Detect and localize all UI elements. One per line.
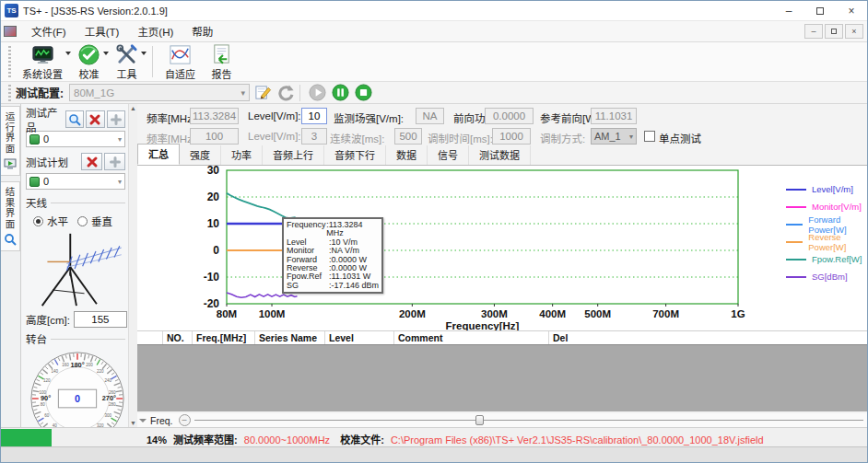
side-tab-run-label: 运行界面 — [4, 111, 18, 154]
product-label: 测试产品 — [26, 105, 64, 134]
restore-button[interactable] — [804, 1, 836, 20]
tab-signal[interactable]: 信号 — [428, 145, 469, 165]
content-region: 运行界面 结果界面 测试产品 — [1, 104, 867, 427]
mdi-restore-button[interactable] — [825, 24, 843, 39]
delete-x-icon — [88, 113, 101, 126]
tools-label: 工具 — [117, 66, 137, 81]
mod-time-label: 调制时间[ms]: — [428, 131, 493, 145]
scroll-down-arrow[interactable]: ▼ — [129, 420, 137, 426]
col-del: Del — [549, 331, 868, 344]
minimize-button[interactable]: – — [773, 1, 804, 20]
legend-item: Fpow.Ref[W] — [786, 250, 868, 268]
tools-button[interactable]: 工具 — [109, 42, 145, 82]
mdi-restore-icon — [831, 29, 837, 34]
tab-power[interactable]: 功率 — [221, 145, 263, 165]
app-logo-icon: TS — [5, 4, 18, 17]
turntable-dial[interactable]: 2040608010012014016020022024026028030032… — [26, 348, 129, 427]
turntable-group-title: 转台 — [26, 331, 47, 346]
svg-text:240: 240 — [104, 378, 111, 383]
tab-data[interactable]: 数据 — [386, 145, 428, 165]
range-label: 测试频率范围: — [173, 434, 238, 446]
system-settings-button[interactable]: 系统设置 — [16, 42, 69, 82]
delete-plan-button[interactable] — [81, 153, 102, 170]
report-button[interactable]: 报告 — [204, 42, 240, 82]
close-button[interactable]: × — [836, 1, 867, 20]
scroll-up-arrow[interactable]: ▲ — [129, 105, 137, 111]
single-point-checkbox[interactable] — [644, 131, 655, 142]
legend-label: Reverse Power[W] — [808, 232, 868, 252]
freq-slider-thumb[interactable] — [475, 415, 484, 425]
test-config-label: 测试配置: — [16, 85, 64, 100]
legend-swatch — [786, 259, 806, 260]
search-icon — [4, 233, 17, 246]
edit-config-button[interactable] — [252, 84, 273, 102]
svg-text:700M: 700M — [652, 308, 679, 319]
sidebar: 测试产品 0 ▾ 测试计划 — [21, 104, 137, 427]
add-product-button[interactable] — [107, 110, 126, 128]
mod-type-select[interactable]: AM_1 ▾ — [591, 128, 637, 145]
status-bar: 14% 测试频率范围: 80.0000~1000MHz 校准文件: C:\Pro… — [1, 427, 867, 446]
vertical-radio-label: 垂直 — [91, 214, 112, 228]
bottom-strip — [1, 446, 867, 463]
level2-value — [301, 128, 327, 145]
svg-text:Frequency[Hz]: Frequency[Hz] — [446, 320, 520, 330]
plan-select-value: 0 — [43, 176, 49, 187]
legend-swatch — [786, 189, 806, 191]
freq-value — [190, 108, 239, 124]
tab-strength[interactable]: 强度 — [180, 145, 221, 165]
menu-tools[interactable]: 工具(T) — [76, 21, 129, 41]
pause-icon — [332, 84, 349, 101]
col-comment: Comment — [394, 331, 549, 344]
freq-slider-label: Freq. — [150, 415, 173, 426]
svg-text:500M: 500M — [584, 308, 611, 319]
menu-file[interactable]: 文件(F) — [22, 21, 76, 41]
single-point-label: 单点测试 — [659, 131, 701, 145]
plan-select[interactable]: 0 ▾ — [26, 173, 125, 190]
plan-label: 测试计划 — [26, 155, 68, 169]
tab-summary[interactable]: 汇总 — [137, 144, 180, 165]
mdi-minimize-button[interactable]: – — [804, 24, 823, 39]
live-param-row: 频率[MHz]: Level[V/m]: 监测场强[V/m]: 前向功率[W]:… — [137, 107, 868, 127]
menu-help[interactable]: 帮助 — [182, 21, 222, 41]
menu-bar: 文件(F) 工具(T) 主页(H) 帮助 – × — [1, 21, 867, 42]
zoom-out-button[interactable]: – — [179, 414, 191, 426]
stop-button[interactable] — [353, 84, 373, 102]
adaptive-label: 自适应 — [165, 66, 195, 81]
test-config-select[interactable]: 80M_1G ▾ — [69, 84, 250, 101]
svg-text:30: 30 — [207, 166, 220, 177]
freq-slider-track[interactable] — [194, 414, 863, 426]
start-button[interactable] — [307, 84, 327, 102]
pause-button[interactable] — [330, 84, 350, 102]
forward-power-value — [485, 108, 534, 124]
height-label: 高度[cm]: — [26, 312, 70, 327]
vertical-radio[interactable] — [77, 216, 88, 226]
side-tab-result[interactable]: 结果界面 — [1, 181, 20, 251]
system-settings-label: 系统设置 — [22, 66, 63, 81]
tab-audio-down[interactable]: 音频下行 — [324, 145, 386, 165]
sidebar-scrollbar[interactable]: ▲ ▼ — [128, 104, 137, 427]
main-panel: 频率[MHz]: Level[V/m]: 监测场强[V/m]: 前向功率[W]:… — [137, 104, 868, 427]
legend-item: Forward Power[W] — [786, 215, 868, 233]
tab-test-data[interactable]: 测试数据 — [469, 145, 531, 165]
level-input[interactable] — [301, 108, 327, 124]
height-input[interactable] — [74, 311, 127, 328]
calibrate-button[interactable]: 校准 — [71, 42, 107, 82]
reload-config-button[interactable] — [276, 84, 296, 102]
adaptive-button[interactable]: 自适应 — [158, 42, 202, 82]
collapse-chevron-icon[interactable] — [139, 419, 147, 422]
horizontal-radio[interactable] — [33, 216, 43, 226]
report-icon — [210, 43, 233, 66]
menu-home[interactable]: 主页(H) — [128, 21, 182, 41]
add-plan-button[interactable] — [104, 153, 125, 170]
side-tab-run[interactable]: 运行界面 — [1, 106, 20, 176]
search-product-button[interactable] — [65, 110, 85, 128]
delete-product-button[interactable] — [86, 110, 105, 128]
svg-text:220: 220 — [97, 369, 104, 374]
mdi-close-button[interactable]: × — [845, 24, 863, 39]
tab-audio-up[interactable]: 音频上行 — [263, 145, 324, 165]
legend-label: Fpow.Ref[W] — [812, 254, 862, 264]
tools-dropdown-arrow[interactable] — [141, 52, 147, 55]
svg-text:90°: 90° — [41, 394, 51, 402]
svg-text:300M: 300M — [481, 308, 508, 319]
mod-time-value — [492, 128, 531, 145]
